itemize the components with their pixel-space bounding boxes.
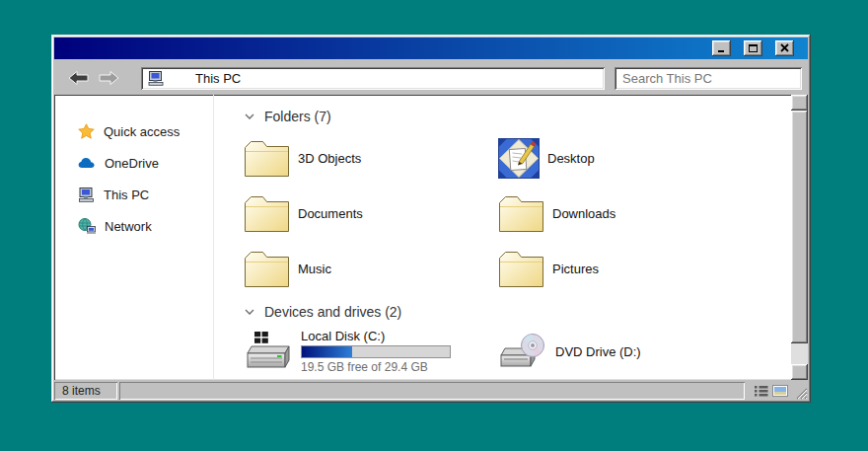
sidebar-item-label: Network [105,219,152,234]
status-bar: 8 items [54,380,808,400]
sidebar-item-label: This PC [104,188,149,202]
group-header-folders[interactable]: Folders (7) [244,108,791,124]
cloud-icon [78,157,96,169]
items-count: 8 items [54,382,117,400]
close-icon [780,43,790,53]
resize-grip-icon [794,386,808,400]
back-arrow-icon [68,70,90,86]
explorer-window: This PC Quick access OneDrive [51,35,811,403]
address-bar[interactable]: This PC [141,67,605,90]
computer-icon [78,188,95,202]
folder-item-3d-objects[interactable]: 3D Objects [244,130,498,186]
group-header-devices[interactable]: Devices and drives (2) [244,303,791,320]
hard-drive-icon [244,331,293,372]
search-input[interactable] [615,67,802,90]
folder-item-music[interactable]: Music [244,241,498,296]
navigation-toolbar: This PC [54,61,808,95]
item-label: Pictures [552,262,599,276]
drive-item-local-disk[interactable]: Local Disk (C:) 19.5 GB free of 29.4 GB [244,326,498,377]
desktop: { "window": { "titlebar": { "buttons": [… [0,0,868,451]
group-header-label: Folders (7) [264,109,331,124]
desktop-icon [498,138,540,179]
folder-item-documents[interactable]: Documents [244,186,498,241]
address-text: This PC [195,71,241,86]
item-label: Desktop [547,151,595,166]
minimize-button[interactable] [712,40,731,56]
folder-item-desktop[interactable]: Desktop [498,130,753,186]
free-space-text: 19.5 GB free of 29.4 GB [301,360,451,374]
folder-icon [244,194,290,233]
thumbnail-view-button[interactable] [772,385,788,397]
capacity-bar-fill [302,346,352,357]
navigation-pane: Quick access OneDrive This PC [54,95,214,380]
drive-item-dvd[interactable]: DVD Drive (D:) [498,326,753,377]
scrollbar-thumb[interactable] [791,111,808,343]
scrollbar-track[interactable] [791,343,808,364]
item-label: Local Disk (C:) [301,329,451,343]
resize-grip[interactable] [792,382,808,400]
folder-item-pictures[interactable]: Pictures [498,241,753,296]
minimize-icon [717,43,727,53]
chevron-down-icon [244,113,255,120]
disk-info: Local Disk (C:) 19.5 GB free of 29.4 GB [301,329,451,374]
scroll-down-button[interactable] [791,364,808,380]
titlebar[interactable] [54,38,808,59]
sidebar-item-onedrive[interactable]: OneDrive [54,147,213,179]
sidebar-item-quick-access[interactable]: Quick access [54,115,213,147]
star-icon [78,123,95,139]
vertical-scrollbar[interactable] [791,95,808,380]
file-list-panel: Folders (7) 3D Objects [214,95,791,380]
status-spacer [119,382,745,400]
folder-icon [244,250,290,288]
sidebar-item-this-pc[interactable]: This PC [54,179,213,210]
computer-icon [148,71,164,86]
content-area: Quick access OneDrive This PC [54,95,808,380]
folder-item-downloads[interactable]: Downloads [498,186,753,241]
item-label: Downloads [552,206,615,221]
chevron-down-icon [244,308,255,316]
sidebar-item-network[interactable]: Network [54,210,213,242]
forward-button[interactable] [94,66,123,90]
folders-grid: 3D Objects Desktop [244,130,791,296]
sidebar-item-label: Quick access [104,124,180,139]
group-header-label: Devices and drives (2) [264,304,401,320]
folder-icon [244,139,290,178]
details-view-icon [755,385,768,397]
item-label: Music [298,262,331,276]
capacity-bar [301,345,451,358]
maximize-icon [748,43,759,53]
thumbnail-view-icon [772,385,788,397]
drives-grid: Local Disk (C:) 19.5 GB free of 29.4 GB [244,326,791,377]
folder-icon [498,250,544,288]
back-button[interactable] [64,66,94,90]
folder-icon [498,194,544,233]
dvd-drive-icon [498,332,547,371]
network-icon [78,218,96,234]
item-label: 3D Objects [298,151,361,166]
item-label: DVD Drive (D:) [555,344,641,359]
close-button[interactable] [775,40,794,56]
view-toggles [747,382,790,400]
details-view-button[interactable] [755,385,768,397]
sidebar-item-label: OneDrive [105,156,159,171]
item-label: Documents [298,206,363,221]
scroll-up-button[interactable] [791,95,808,111]
maximize-button[interactable] [744,40,762,56]
forward-arrow-icon [98,70,119,86]
